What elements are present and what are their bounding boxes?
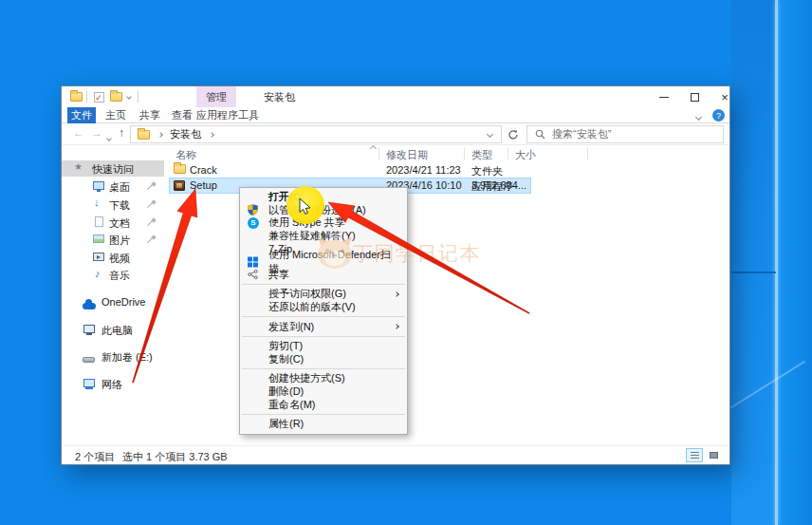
folder-icon (110, 92, 122, 102)
column-divider[interactable] (464, 147, 465, 160)
menu-item-restore-versions[interactable]: 还原以前的版本(V) (240, 301, 407, 314)
qat-customize-button[interactable] (124, 89, 134, 104)
wallpaper-pane-divider (731, 272, 776, 273)
column-header-size[interactable]: 大小 (515, 148, 536, 162)
sidebar-item-music[interactable]: ♪ 音乐 (62, 267, 164, 283)
highlight-circle (286, 186, 324, 224)
icons-view-button[interactable] (705, 448, 722, 462)
menu-item-send-to[interactable]: 发送到(N) (240, 320, 407, 333)
breadcrumb-chevron-icon[interactable] (157, 132, 163, 138)
column-header-type[interactable]: 类型 (471, 148, 492, 162)
column-header-date[interactable]: 修改日期 (386, 148, 428, 162)
drive-icon (83, 353, 95, 365)
menu-item-label: 复制(C) (268, 352, 304, 366)
chevron-down-icon (694, 113, 701, 120)
tab-view[interactable]: 查看 (168, 107, 196, 123)
sidebar-item-documents[interactable]: 文档 (62, 215, 164, 231)
context-menu: 打开(O) 以管理员身份运行(A) S 使用 Skype 共享 兼容性疑难解答(… (239, 187, 408, 435)
column-divider[interactable] (508, 147, 508, 160)
column-header-name[interactable]: 名称 (175, 148, 196, 162)
qat-properties-button[interactable]: ✓ (90, 89, 107, 104)
close-icon: × (721, 91, 729, 103)
tab-home[interactable]: 主页 (102, 107, 130, 123)
details-view-icon (691, 452, 699, 459)
chevron-down-icon (106, 136, 112, 141)
sidebar-item-new-volume-e[interactable]: 新加卷 (E:) (62, 348, 164, 365)
back-button[interactable]: ← (73, 126, 84, 140)
watermark-text: 丁同学日记本 (353, 240, 481, 267)
sidebar-item-label: 视频 (109, 252, 130, 266)
sidebar-item-network[interactable]: 网络 (62, 376, 164, 392)
selection-summary: 选中 1 个项目 3.73 GB (122, 450, 228, 464)
menu-item-cut[interactable]: 剪切(T) (240, 340, 407, 353)
breadcrumb-folder[interactable]: 安装包 (170, 127, 201, 141)
title-bar[interactable]: ✓ 管理 安装包 × (62, 86, 729, 107)
search-input[interactable]: 搜索“安装包” (526, 125, 724, 143)
menu-item-give-access[interactable]: 授予访问权限(G) (240, 288, 407, 301)
menu-separator (242, 336, 405, 337)
status-bar: 2 个项目 选中 1 个项目 3.73 GB (62, 445, 729, 464)
expand-ribbon-button[interactable] (692, 109, 705, 124)
folder-icon (174, 164, 186, 176)
sidebar-item-this-pc[interactable]: 此电脑 (62, 322, 164, 338)
file-date: 2023/4/21 11:23 (386, 164, 461, 176)
recent-locations-button[interactable] (107, 130, 111, 143)
question-icon: ? (716, 111, 721, 121)
star-icon: ★ (74, 161, 83, 172)
sidebar-item-desktop[interactable]: 桌面 (62, 178, 164, 195)
ribbon-tabs: 文件 主页 共享 查看 应用程序工具 ? (62, 107, 729, 123)
tab-application-tools[interactable]: 应用程序工具 (196, 107, 259, 123)
breadcrumb-chevron-icon[interactable] (209, 132, 214, 138)
refresh-icon (508, 129, 519, 141)
file-size: 3,912,604... (451, 179, 526, 191)
menu-item-delete[interactable]: 删除(D) (240, 385, 407, 399)
window-title: 安装包 (264, 90, 295, 104)
refresh-button[interactable] (504, 125, 523, 143)
qat-separator (86, 91, 87, 103)
details-view-button[interactable] (686, 448, 703, 462)
file-row-crack[interactable]: Crack 2023/4/21 11:23 文件夹 (170, 163, 530, 178)
sidebar-item-label: 文档 (109, 216, 130, 231)
share-icon (248, 270, 258, 280)
maximize-icon (691, 93, 699, 102)
close-button[interactable]: × (710, 86, 739, 107)
sidebar-item-videos[interactable]: 视频 (62, 250, 164, 266)
maximize-button[interactable] (680, 86, 709, 107)
sidebar-item-downloads[interactable]: ↓ 下载 (62, 197, 164, 213)
pin-icon (148, 218, 156, 226)
address-bar[interactable]: 安装包 (130, 125, 502, 143)
forward-button[interactable]: → (91, 126, 102, 140)
sidebar-item-label: 下载 (109, 198, 130, 213)
tab-share[interactable]: 共享 (136, 107, 164, 123)
menu-item-share-skype[interactable]: S 使用 Skype 共享 (240, 216, 407, 230)
download-arrow-icon: ↓ (94, 197, 100, 208)
menu-item-properties[interactable]: 属性(R) (240, 418, 407, 431)
skype-icon: S (248, 217, 259, 229)
column-divider[interactable] (378, 147, 379, 160)
menu-item-rename[interactable]: 重命名(M) (240, 398, 407, 411)
file-name: Crack (190, 164, 217, 176)
qat-new-folder-button[interactable] (107, 89, 124, 104)
sidebar-item-quick-access[interactable]: ★ 快速访问 (62, 160, 164, 177)
navigation-bar: ← → ↑ 安装包 搜索“安 (62, 123, 729, 145)
menu-item-copy[interactable]: 复制(C) (240, 353, 407, 366)
address-dropdown-icon[interactable] (487, 131, 493, 138)
watermark-cat-icon (314, 234, 356, 271)
sidebar-item-label: 桌面 (109, 180, 130, 195)
sidebar-item-onedrive[interactable]: OneDrive (62, 294, 164, 310)
sidebar-item-label: 音乐 (109, 269, 130, 283)
help-button[interactable]: ? (712, 109, 725, 122)
folder-icon (138, 130, 150, 140)
up-button[interactable]: ↑ (119, 126, 124, 140)
sidebar-item-pictures[interactable]: 图片 (62, 232, 164, 248)
tab-file[interactable]: 文件 (67, 107, 96, 123)
check-icon: ✓ (94, 92, 104, 103)
sidebar-item-label: 图片 (109, 234, 130, 248)
menu-item-label: 发送到(N) (268, 320, 314, 334)
minimize-button[interactable] (650, 86, 678, 107)
sidebar-item-label: 此电脑 (102, 324, 133, 338)
qat-folder-button[interactable] (67, 89, 84, 104)
search-icon (535, 129, 545, 140)
menu-item-create-shortcut[interactable]: 创建快捷方式(S) (240, 372, 407, 385)
column-divider[interactable] (587, 147, 588, 160)
